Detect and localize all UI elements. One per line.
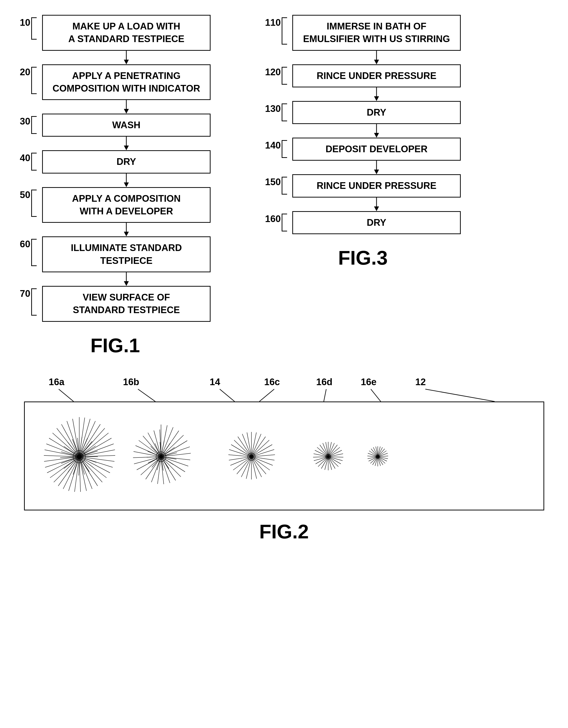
fig3-label: FIG.3	[265, 247, 461, 269]
step-160: 160 DRY	[265, 211, 461, 234]
fig2-section: 16a 16b 14 16c 16d 16e 12	[20, 377, 548, 543]
arrow-110-120	[292, 51, 461, 64]
step-30-label: 30	[20, 114, 42, 137]
step-150-num: 150	[265, 177, 280, 187]
step-110-num: 110	[265, 17, 280, 28]
svg-marker-1	[124, 60, 129, 64]
step-120-num: 120	[265, 67, 280, 77]
fig2-box	[24, 402, 544, 510]
svg-line-23	[138, 389, 155, 402]
step-70-label: 70	[20, 286, 42, 322]
step-140-box: DEPOSIT DEVELOPER	[292, 138, 461, 161]
step-140-bracket	[281, 140, 287, 158]
svg-line-86	[72, 439, 79, 457]
step-60-box: ILLUMINATE STANDARD TESTPIECE	[42, 236, 210, 272]
arrow-20-30	[42, 100, 210, 114]
fig2-ref-row: 16a 16b 14 16c 16d 16e 12	[24, 377, 544, 402]
step-140: 140 DEPOSIT DEVELOPER	[265, 138, 461, 161]
step-160-label: 160	[265, 211, 292, 234]
step-60: 60 ILLUMINATE STANDARD TESTPIECE	[20, 236, 210, 272]
fig1-label: FIG.1	[20, 334, 210, 357]
step-130-bracket	[281, 103, 287, 121]
fig3-column: 110 IMMERSE IN BATH OF EMULSIFIER WITH U…	[265, 15, 461, 357]
step-40: 40 DRY	[20, 150, 210, 173]
svg-line-117	[148, 433, 161, 457]
svg-line-126	[161, 457, 169, 469]
step-50: 50 APPLY A COMPOSITION WITH A DEVELOPER	[20, 187, 210, 223]
starburst-16a	[42, 415, 116, 499]
arrow-130-140	[292, 124, 461, 138]
svg-marker-19	[374, 170, 379, 174]
step-130-label: 130	[265, 101, 292, 124]
svg-line-102	[161, 457, 181, 477]
step-130: 130 DRY	[265, 101, 461, 124]
starburst-16b	[131, 422, 191, 491]
svg-marker-21	[374, 206, 379, 211]
arrow-50-60	[42, 223, 210, 236]
step-150-bracket	[281, 177, 287, 195]
starburst-16d	[312, 439, 344, 474]
step-40-box: DRY	[42, 150, 210, 173]
step-10-num: 10	[20, 17, 30, 28]
step-50-num: 50	[20, 190, 30, 200]
svg-marker-15	[374, 96, 379, 101]
starburst-16c	[228, 429, 275, 484]
arrow-140-150	[292, 161, 461, 174]
svg-marker-9	[124, 232, 129, 236]
starburst-16e	[367, 444, 389, 469]
step-60-num: 60	[20, 239, 30, 250]
step-30: 30 WASH	[20, 114, 210, 137]
svg-marker-13	[374, 60, 379, 64]
step-60-bracket	[31, 239, 37, 266]
step-20-label: 20	[20, 64, 42, 100]
svg-marker-11	[124, 281, 129, 286]
step-150-box: RINCE UNDER PRESSURE	[292, 174, 461, 197]
svg-marker-5	[124, 146, 129, 150]
arrow-10-20	[42, 51, 210, 64]
step-70: 70 VIEW SURFACE OF STANDARD TESTPIECE	[20, 286, 210, 322]
svg-marker-7	[124, 182, 129, 187]
svg-line-148	[251, 457, 273, 465]
step-60-label: 60	[20, 236, 42, 272]
step-130-num: 130	[265, 103, 280, 114]
step-40-num: 40	[20, 153, 30, 163]
step-150: 150 RINCE UNDER PRESSURE	[265, 174, 461, 197]
step-110-bracket	[281, 17, 287, 45]
svg-line-26	[324, 389, 326, 402]
step-50-label: 50	[20, 187, 42, 223]
svg-line-24	[220, 389, 234, 402]
svg-line-35	[79, 433, 108, 457]
fig2-label: FIG.2	[24, 520, 544, 543]
svg-marker-3	[124, 109, 129, 114]
svg-line-31	[79, 419, 90, 457]
step-10-box: MAKE UP A LOAD WITH A STANDARD TESTPIECE	[42, 15, 210, 51]
step-30-box: WASH	[42, 114, 210, 137]
step-10: 10 MAKE UP A LOAD WITH A STANDARD TESTPI…	[20, 15, 210, 51]
svg-line-51	[63, 457, 79, 489]
step-50-box: APPLY A COMPOSITION WITH A DEVELOPER	[42, 187, 210, 223]
step-30-num: 30	[20, 116, 30, 127]
svg-line-61	[49, 438, 79, 457]
step-30-bracket	[31, 116, 37, 134]
step-10-label: 10	[20, 15, 42, 51]
arrow-40-50	[42, 174, 210, 187]
step-110: 110 IMMERSE IN BATH OF EMULSIFIER WITH U…	[265, 15, 461, 51]
step-70-num: 70	[20, 288, 30, 299]
svg-line-42	[79, 457, 110, 473]
step-120-label: 120	[265, 64, 292, 87]
step-160-num: 160	[265, 214, 280, 224]
step-20-num: 20	[20, 67, 30, 77]
step-70-bracket	[31, 288, 37, 316]
svg-line-22	[59, 389, 74, 402]
step-150-label: 150	[265, 174, 292, 197]
step-110-box: IMMERSE IN BATH OF EMULSIFIER WITH US ST…	[292, 15, 461, 51]
svg-marker-17	[374, 133, 379, 138]
svg-line-96	[161, 441, 187, 457]
step-130-box: DRY	[292, 101, 461, 124]
svg-line-36	[79, 438, 111, 457]
step-20-bracket	[31, 67, 37, 94]
step-10-bracket	[31, 17, 37, 40]
svg-line-95	[161, 435, 183, 457]
svg-line-158	[230, 457, 251, 465]
step-160-box: DRY	[292, 211, 461, 234]
